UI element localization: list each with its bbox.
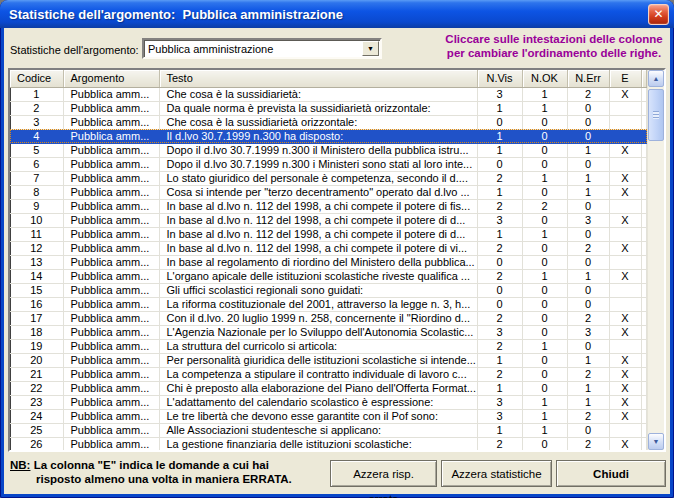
table-row[interactable]: 17 Pubblica amm... Con il d.lvo. 20 lugl…: [10, 311, 647, 325]
cell-testo: Chi è preposto alla elaborazione del Pia…: [159, 381, 477, 395]
table-row[interactable]: 11 Pubblica amm... In base al d.lvo n. 1…: [10, 227, 647, 241]
table-row[interactable]: 23 Pubblica amm... L'adattamento del cal…: [10, 395, 647, 409]
table-row[interactable]: 6 Pubblica amm... Dopo il d.lvo 30.7.199…: [10, 157, 647, 171]
cell-filler: [641, 339, 647, 353]
cell-filler: [641, 283, 647, 297]
table-row[interactable]: 7 Pubblica amm... Lo stato giuridico del…: [10, 171, 647, 185]
cell-nerr: 0: [567, 423, 609, 437]
cell-nerr: 1: [567, 171, 609, 185]
table-row[interactable]: 1 Pubblica amm... Che cosa è la sussidia…: [10, 87, 647, 101]
cell-argomento: Pubblica amm...: [63, 101, 159, 115]
table-row[interactable]: 18 Pubblica amm... L'Agenzia Nazionale p…: [10, 325, 647, 339]
column-header-nvis[interactable]: N.Vis: [477, 70, 522, 87]
dropdown-arrow-icon[interactable]: ▼: [362, 41, 379, 56]
table-row[interactable]: 14 Pubblica amm... L'organo apicale dell…: [10, 269, 647, 283]
cell-nerr: 0: [567, 255, 609, 269]
column-header-testo[interactable]: Testo: [159, 70, 477, 87]
footnote-nb-label: NB:: [10, 459, 30, 471]
cell-nvis: 3: [477, 87, 522, 101]
cell-nerr: 0: [567, 339, 609, 353]
cell-nok: 0: [522, 381, 567, 395]
cell-nvis: 0: [477, 283, 522, 297]
vertical-scrollbar[interactable]: ▲ ▼: [647, 70, 664, 450]
column-header-nok[interactable]: N.OK: [522, 70, 567, 87]
table-row[interactable]: 19 Pubblica amm... La struttura del curr…: [10, 339, 647, 353]
cell-nerr: 1: [567, 143, 609, 157]
scroll-down-button[interactable]: ▼: [648, 433, 664, 450]
sort-hint-text: Cliccare sulle intestazioni delle colonn…: [440, 32, 668, 60]
topic-combo-label: Statistiche dell'argomento:: [10, 44, 139, 56]
cell-nvis: 0: [477, 297, 522, 311]
cell-e: X: [609, 409, 641, 423]
table-row[interactable]: 2 Pubblica amm... Da quale norma è previ…: [10, 101, 647, 115]
cell-testo: Dopo il d.lvo 30.7.1999 n.300 il Ministe…: [159, 143, 477, 157]
cell-nerr: 2: [567, 311, 609, 325]
table-row[interactable]: 3 Pubblica amm... Che cosa è la sussidia…: [10, 115, 647, 129]
column-header-nerr[interactable]: N.Err: [567, 70, 609, 87]
table-row[interactable]: 9 Pubblica amm... In base al d.lvo n. 11…: [10, 199, 647, 213]
cell-nok: 0: [522, 325, 567, 339]
table-row[interactable]: 15 Pubblica amm... Gli uffici scolastici…: [10, 283, 647, 297]
table-row[interactable]: 4 Pubblica amm... Il d.lvo 30.7.1999 n.3…: [10, 129, 647, 143]
table-row[interactable]: 5 Pubblica amm... Dopo il d.lvo 30.7.199…: [10, 143, 647, 157]
cell-nerr: 0: [567, 115, 609, 129]
cell-codice: 26: [10, 437, 63, 450]
column-header-e[interactable]: E: [609, 70, 641, 87]
cell-e: [609, 115, 641, 129]
table-row[interactable]: 12 Pubblica amm... In base al d.lvo n. 1…: [10, 241, 647, 255]
cell-e: X: [609, 241, 641, 255]
cell-nerr: 0: [567, 157, 609, 171]
cell-testo: In base al regolamento di riordino del M…: [159, 255, 477, 269]
cell-codice: 15: [10, 283, 63, 297]
cell-filler: [641, 171, 647, 185]
cell-argomento: Pubblica amm...: [63, 367, 159, 381]
statistics-dialog-window: Statistiche dell'argomento: Pubblica amm…: [0, 0, 674, 498]
sort-hint-line2: per cambiare l'ordinamento delle righe.: [440, 46, 668, 60]
cell-nerr: 0: [567, 297, 609, 311]
table-row[interactable]: 21 Pubblica amm... La competenza a stipu…: [10, 367, 647, 381]
reset-statistics-button[interactable]: Azzera statistiche: [441, 460, 552, 487]
cell-nvis: 1: [477, 353, 522, 367]
cell-codice: 19: [10, 339, 63, 353]
close-icon: ✕: [653, 7, 663, 21]
reset-wrong-answers-button[interactable]: Azzera risp. errate: [330, 460, 437, 487]
table-header-row: Codice Argomento Testo N.Vis N.OK N.Err …: [10, 70, 647, 87]
scrollbar-thumb[interactable]: [648, 89, 664, 141]
cell-testo: Il d.lvo 30.7.1999 n.300 ha disposto:: [159, 129, 477, 143]
dialog-content: Statistiche dell'argomento: Pubblica amm…: [4, 28, 670, 494]
topic-combobox[interactable]: Pubblica amministrazione ▼: [142, 38, 382, 59]
table-row[interactable]: 16 Pubblica amm... La riforma costituzio…: [10, 297, 647, 311]
table-row[interactable]: 20 Pubblica amm... Per personalità giuri…: [10, 353, 647, 367]
cell-nvis: 2: [477, 171, 522, 185]
close-window-button[interactable]: ✕: [648, 4, 669, 25]
cell-testo: In base al d.lvo n. 112 del 1998, a chi …: [159, 227, 477, 241]
table-row[interactable]: 8 Pubblica amm... Cosa si intende per "t…: [10, 185, 647, 199]
table-row[interactable]: 10 Pubblica amm... In base al d.lvo n. 1…: [10, 213, 647, 227]
cell-nvis: 3: [477, 409, 522, 423]
cell-codice: 13: [10, 255, 63, 269]
cell-filler: [641, 437, 647, 450]
cell-testo: In base al d.lvo n. 112 del 1998, a chi …: [159, 199, 477, 213]
cell-e: X: [609, 143, 641, 157]
cell-codice: 23: [10, 395, 63, 409]
table-row[interactable]: 13 Pubblica amm... In base al regolament…: [10, 255, 647, 269]
table-row[interactable]: 26 Pubblica amm... La gestione finanziar…: [10, 437, 647, 450]
cell-nok: 0: [522, 353, 567, 367]
cell-codice: 24: [10, 409, 63, 423]
cell-nok: 1: [522, 395, 567, 409]
close-button[interactable]: Chiudi: [556, 460, 666, 487]
cell-argomento: Pubblica amm...: [63, 213, 159, 227]
table-row[interactable]: 24 Pubblica amm... Le tre libertà che de…: [10, 409, 647, 423]
cell-testo: La gestione finanziaria delle istituzion…: [159, 437, 477, 450]
scroll-down-icon: ▼: [653, 438, 660, 445]
title-bar[interactable]: Statistiche dell'argomento: Pubblica amm…: [0, 0, 674, 28]
cell-nok: 0: [522, 241, 567, 255]
column-header-codice[interactable]: Codice: [10, 70, 63, 87]
scroll-up-button[interactable]: ▲: [648, 70, 664, 87]
cell-nvis: 2: [477, 241, 522, 255]
column-header-argomento[interactable]: Argomento: [63, 70, 159, 87]
table-row[interactable]: 25 Pubblica amm... Alle Associazioni stu…: [10, 423, 647, 437]
table-row[interactable]: 22 Pubblica amm... Chi è preposto alla e…: [10, 381, 647, 395]
topic-combobox-value: Pubblica amministrazione: [144, 43, 362, 55]
cell-testo: Gli uffici scolastici regionali sono gui…: [159, 283, 477, 297]
